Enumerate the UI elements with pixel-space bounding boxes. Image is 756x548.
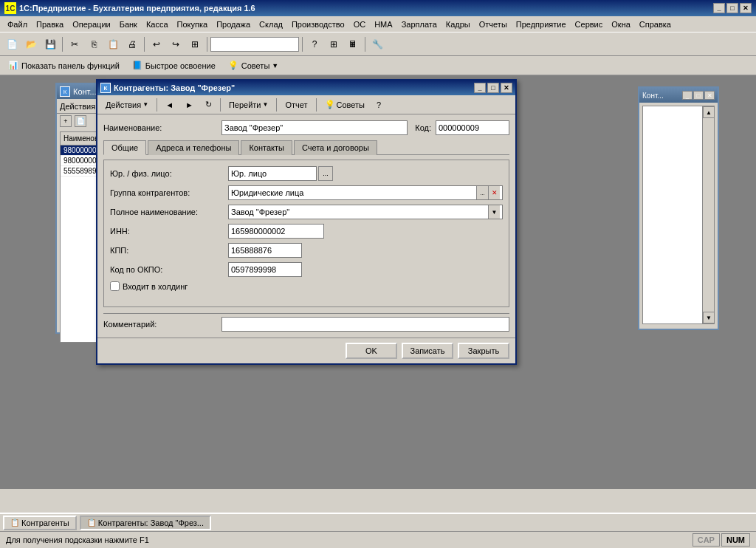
tb-help[interactable]: ?	[306, 35, 323, 53]
tab-accounts[interactable]: Счета и договоры	[294, 140, 377, 155]
forward-icon: ►	[185, 100, 193, 109]
dlg-sep4	[316, 98, 317, 112]
dlg-sep1	[157, 98, 157, 112]
menu-operations[interactable]: Операции	[68, 18, 114, 30]
menu-enterprise[interactable]: Предприятие	[512, 18, 571, 30]
tb-print[interactable]: 🖨	[123, 35, 141, 53]
menu-os[interactable]: ОС	[349, 18, 371, 30]
tb-find[interactable]: ⊞	[186, 35, 204, 53]
tips-button[interactable]: 💡 Советы ▼	[224, 58, 281, 73]
bg-item-1-text: 980000002	[63, 146, 100, 154]
tab-contacts[interactable]: Контакты	[241, 140, 292, 155]
kod-input[interactable]	[436, 120, 509, 135]
dialog-maximize[interactable]: □	[487, 83, 499, 93]
refresh-button[interactable]: ↻	[200, 97, 217, 113]
tb-tools[interactable]: 🔧	[368, 35, 386, 53]
fullname-combo[interactable]: Завод "Фрезер" ▼	[228, 205, 503, 219]
menu-service[interactable]: Сервис	[571, 18, 608, 30]
taskbar-item-2[interactable]: 📋 Контрагенты: Завод "Фрез...	[80, 516, 211, 530]
kpp-row: КПП:	[110, 243, 503, 258]
close-dialog-button[interactable]: Закрыть	[458, 343, 509, 359]
yur-fiz-input[interactable]	[228, 166, 317, 181]
tb-paste[interactable]: 📋	[104, 35, 122, 53]
menu-warehouse[interactable]: Склад	[255, 18, 287, 30]
forward-button[interactable]: ►	[180, 97, 199, 113]
bg2-scrollbar[interactable]: ▲ ▼	[702, 106, 714, 323]
tb-new[interactable]: 📄	[3, 35, 21, 53]
cap-indicator: CAP	[693, 533, 720, 547]
tb-grid[interactable]: ⊞	[325, 35, 343, 53]
tab-general[interactable]: Общие	[103, 140, 146, 155]
fullname-dropdown[interactable]: ▼	[488, 205, 500, 219]
tb-sep2	[144, 37, 145, 52]
bg2-min[interactable]: _	[682, 91, 693, 100]
menu-reports[interactable]: Отчеты	[475, 18, 512, 30]
back-button[interactable]: ◄	[160, 97, 179, 113]
menu-kassa[interactable]: Касса	[142, 18, 173, 30]
menu-file[interactable]: Файл	[3, 18, 32, 30]
show-panel-button[interactable]: 📊 Показать панель функций	[4, 58, 123, 73]
menu-purchase[interactable]: Покупка	[173, 18, 213, 30]
minimize-button[interactable]: _	[713, 3, 725, 13]
inn-row: ИНН:	[110, 224, 503, 239]
tb-cut[interactable]: ✂	[66, 35, 83, 53]
maximize-button[interactable]: □	[726, 3, 738, 13]
menu-nma[interactable]: НМА	[370, 18, 396, 30]
bg-menu-actions[interactable]: Действия	[60, 102, 95, 111]
group-combo[interactable]: Юридические лица ... ✕	[228, 185, 503, 200]
dialog-close-btn[interactable]: ✕	[501, 83, 512, 93]
name-input[interactable]	[221, 120, 408, 135]
bg-tb-new[interactable]: 📄	[75, 115, 86, 127]
group-label: Группа контрагентов:	[110, 188, 228, 197]
bg2-max[interactable]: □	[693, 91, 704, 100]
bg2-scroll-down[interactable]: ▼	[703, 312, 715, 323]
quick-learn-button[interactable]: 📘 Быстрое освоение	[128, 58, 219, 73]
tb-calc[interactable]: 🖩	[344, 35, 362, 53]
menu-production[interactable]: Производство	[287, 18, 349, 30]
tab-addresses[interactable]: Адреса и телефоны	[148, 140, 239, 155]
help-button[interactable]: ?	[371, 97, 386, 113]
report-button[interactable]: Отчет	[280, 97, 312, 113]
tb-undo[interactable]: ↩	[148, 35, 165, 53]
dialog-tips-button[interactable]: 💡 Советы	[320, 97, 370, 113]
menu-windows[interactable]: Окна	[607, 18, 635, 30]
menu-bank[interactable]: Банк	[115, 18, 142, 30]
tb-save[interactable]: 💾	[41, 35, 59, 53]
bg2-scroll-track[interactable]	[703, 118, 714, 312]
group-browse-btn[interactable]: ...	[476, 186, 488, 199]
actions-button[interactable]: Действия ▼	[100, 97, 154, 113]
menu-hr[interactable]: Кадры	[441, 18, 475, 30]
taskbar-item-1[interactable]: 📋 Контрагенты	[3, 516, 77, 530]
tb-redo[interactable]: ↪	[167, 35, 185, 53]
tb-copy[interactable]: ⎘	[85, 35, 103, 53]
desktop: К Конт... _ □ ✕ Действия ▼ + 📄 Наименова…	[0, 75, 756, 489]
menu-edit[interactable]: Правка	[32, 18, 68, 30]
panel-icon: 📊	[7, 60, 19, 72]
tb-open[interactable]: 📂	[22, 35, 40, 53]
num-indicator: NUM	[721, 533, 750, 547]
menu-sales[interactable]: Продажа	[212, 18, 255, 30]
close-button[interactable]: ✕	[740, 3, 752, 13]
menu-help[interactable]: Справка	[635, 18, 676, 30]
toolbar-search[interactable]	[210, 37, 299, 52]
bg2-close[interactable]: ✕	[704, 91, 715, 100]
save-button[interactable]: Записать	[402, 343, 453, 359]
kpp-input[interactable]	[228, 243, 302, 258]
ok-button[interactable]: OK	[346, 343, 397, 359]
bg2-scroll-up[interactable]: ▲	[703, 106, 715, 118]
comment-input[interactable]	[221, 317, 509, 332]
okpo-input[interactable]	[228, 262, 302, 277]
taskbar-buttons: 📋 Контрагенты 📋 Контрагенты: Завод "Фрез…	[0, 514, 756, 532]
quick-learn-label: Быстрое освоение	[145, 61, 216, 70]
yur-fiz-browse[interactable]: ...	[318, 166, 333, 181]
menu-salary[interactable]: Зарплата	[397, 18, 441, 30]
inn-input[interactable]	[228, 224, 324, 239]
group-clear-btn[interactable]: ✕	[488, 186, 500, 199]
show-panel-label: Показать панель функций	[21, 61, 120, 70]
title-bar-text: 1С:Предприятие - Бухгалтерия предприятия…	[19, 4, 255, 13]
bg-tb-expand[interactable]: +	[60, 115, 72, 127]
holding-checkbox[interactable]	[110, 281, 120, 291]
dialog-title: К Контрагенты: Завод "Фрезер" _ □ ✕	[97, 81, 515, 95]
dialog-minimize[interactable]: _	[474, 83, 486, 93]
navigate-button[interactable]: Перейти ▼	[224, 97, 274, 113]
